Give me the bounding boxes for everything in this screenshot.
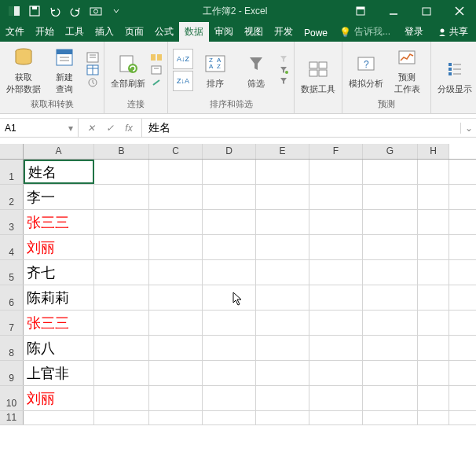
enter-icon[interactable]: ✓ bbox=[104, 123, 116, 134]
cell-E8[interactable] bbox=[256, 336, 309, 360]
reapply-icon[interactable] bbox=[278, 65, 289, 75]
cell-B4[interactable] bbox=[94, 235, 149, 259]
row-header-8[interactable]: 8 bbox=[0, 336, 24, 360]
cell-C8[interactable] bbox=[149, 336, 203, 360]
cell-C7[interactable] bbox=[149, 311, 203, 335]
login-button[interactable]: 登录 bbox=[398, 22, 430, 42]
cell-F6[interactable] bbox=[309, 285, 363, 310]
cell-D10[interactable] bbox=[203, 386, 256, 410]
sort-desc-button[interactable]: Z↓A bbox=[173, 71, 193, 91]
cell-C3[interactable] bbox=[149, 210, 203, 234]
cell-F5[interactable] bbox=[309, 260, 363, 285]
cell-D11[interactable] bbox=[203, 411, 256, 424]
row-header-1[interactable]: 1 bbox=[0, 160, 24, 184]
cell-B9[interactable] bbox=[94, 361, 149, 385]
cell-H2[interactable] bbox=[418, 185, 449, 209]
cell-G11[interactable] bbox=[363, 411, 418, 424]
share-button[interactable]: 共享 bbox=[430, 22, 476, 42]
sort-asc-button[interactable]: A↓Z bbox=[173, 49, 193, 69]
tab-公式[interactable]: 公式 bbox=[149, 22, 179, 42]
cell-A3[interactable]: 张三三 bbox=[24, 210, 94, 234]
cell-C10[interactable] bbox=[149, 386, 203, 410]
cell-B10[interactable] bbox=[94, 386, 149, 410]
row-header-3[interactable]: 3 bbox=[0, 210, 24, 234]
new-query-button[interactable]: 新建 查询 bbox=[46, 45, 83, 95]
minimize-icon[interactable] bbox=[377, 0, 410, 22]
cell-D8[interactable] bbox=[203, 336, 256, 360]
cell-G8[interactable] bbox=[363, 336, 418, 360]
select-all-corner[interactable] bbox=[0, 144, 24, 159]
cell-G1[interactable] bbox=[363, 160, 418, 184]
close-icon[interactable] bbox=[443, 0, 476, 22]
cell-G4[interactable] bbox=[363, 235, 418, 259]
what-if-button[interactable]: ? 模拟分析 bbox=[347, 51, 385, 90]
redo-icon[interactable] bbox=[66, 2, 85, 20]
cell-D1[interactable] bbox=[203, 160, 256, 184]
cell-C11[interactable] bbox=[149, 411, 203, 424]
undo-icon[interactable] bbox=[46, 2, 64, 20]
clear-filter-icon[interactable] bbox=[278, 54, 289, 64]
cell-E1[interactable] bbox=[256, 160, 309, 184]
cell-B6[interactable] bbox=[94, 285, 149, 310]
row-header-6[interactable]: 6 bbox=[0, 285, 24, 310]
tell-me-search[interactable]: 💡 告诉我... bbox=[333, 22, 398, 42]
row-header-11[interactable]: 11 bbox=[0, 411, 24, 424]
tab-页面[interactable]: 页面 bbox=[119, 22, 149, 42]
column-header-G[interactable]: G bbox=[363, 144, 418, 159]
cell-E10[interactable] bbox=[256, 386, 309, 410]
sort-button[interactable]: ZAAZ 排序 bbox=[196, 51, 234, 90]
column-header-A[interactable]: A bbox=[24, 144, 94, 159]
tab-Powe[interactable]: Powe bbox=[298, 24, 333, 42]
row-header-4[interactable]: 4 bbox=[0, 235, 24, 259]
cell-F7[interactable] bbox=[309, 311, 363, 335]
excel-icon[interactable] bbox=[5, 2, 24, 20]
cell-C9[interactable] bbox=[149, 361, 203, 385]
cell-B5[interactable] bbox=[94, 260, 149, 285]
cell-H6[interactable] bbox=[418, 285, 449, 310]
chevron-down-icon[interactable]: ▾ bbox=[68, 123, 73, 134]
cell-A9[interactable]: 上官非 bbox=[24, 361, 94, 385]
cell-F8[interactable] bbox=[309, 336, 363, 360]
cell-B7[interactable] bbox=[94, 311, 149, 335]
column-header-E[interactable]: E bbox=[256, 144, 309, 159]
name-box[interactable]: A1 ▾ bbox=[0, 119, 79, 137]
cell-B3[interactable] bbox=[94, 210, 149, 234]
tab-开始[interactable]: 开始 bbox=[30, 22, 60, 42]
tab-数据[interactable]: 数据 bbox=[179, 22, 209, 42]
ribbon-display-icon[interactable] bbox=[344, 0, 377, 22]
cell-D9[interactable] bbox=[203, 361, 256, 385]
cell-E7[interactable] bbox=[256, 311, 309, 335]
cell-A11[interactable] bbox=[24, 411, 94, 424]
cell-G10[interactable] bbox=[363, 386, 418, 410]
forecast-sheet-button[interactable]: 预测 工作表 bbox=[388, 45, 426, 95]
row-header-10[interactable]: 10 bbox=[0, 386, 24, 410]
row-header-7[interactable]: 7 bbox=[0, 311, 24, 335]
cell-H4[interactable] bbox=[418, 235, 449, 259]
cell-A8[interactable]: 陈八 bbox=[24, 336, 94, 360]
cell-B2[interactable] bbox=[94, 185, 149, 209]
properties-icon[interactable] bbox=[150, 64, 163, 75]
cell-A6[interactable]: 陈莉莉 bbox=[24, 285, 94, 310]
cell-D3[interactable] bbox=[203, 210, 256, 234]
cell-F10[interactable] bbox=[309, 386, 363, 410]
recent-sources-icon[interactable] bbox=[86, 77, 99, 88]
cell-F9[interactable] bbox=[309, 361, 363, 385]
cell-G6[interactable] bbox=[363, 285, 418, 310]
cell-G5[interactable] bbox=[363, 260, 418, 285]
cell-D7[interactable] bbox=[203, 311, 256, 335]
cell-F1[interactable] bbox=[309, 160, 363, 184]
cell-H9[interactable] bbox=[418, 361, 449, 385]
cell-E2[interactable] bbox=[256, 185, 309, 209]
data-tools-button[interactable]: 数据工具 bbox=[299, 57, 337, 95]
save-icon[interactable] bbox=[25, 2, 44, 20]
cell-E5[interactable] bbox=[256, 260, 309, 285]
maximize-icon[interactable] bbox=[410, 0, 443, 22]
row-header-2[interactable]: 2 bbox=[0, 185, 24, 209]
show-queries-icon[interactable] bbox=[86, 52, 99, 63]
cell-E9[interactable] bbox=[256, 361, 309, 385]
tab-审阅[interactable]: 审阅 bbox=[209, 22, 239, 42]
cell-C2[interactable] bbox=[149, 185, 203, 209]
tab-开发[interactable]: 开发 bbox=[269, 22, 298, 42]
cell-A2[interactable]: 李一 bbox=[24, 185, 94, 209]
cell-H3[interactable] bbox=[418, 210, 449, 234]
